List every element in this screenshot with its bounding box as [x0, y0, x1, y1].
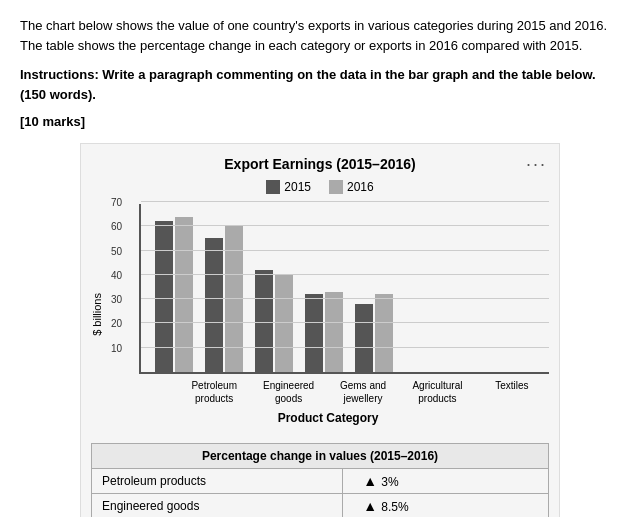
legend-2016: 2016: [329, 180, 374, 194]
table-header: Percentage change in values (2015–2016): [92, 444, 549, 469]
chart-title: Export Earnings (2015–2016): [91, 156, 549, 172]
table-row: Engineered goods▲8.5%: [92, 494, 549, 518]
grid-line: [141, 250, 549, 251]
bar-2015: [305, 294, 323, 372]
percentage-table: Percentage change in values (2015–2016) …: [91, 443, 549, 517]
chart-area: $ billions 10203040506070 Petroleumprodu…: [91, 204, 549, 425]
x-label: Petroleumproducts: [177, 379, 251, 405]
x-label: Gems andjewellery: [326, 379, 400, 405]
intro-paragraph: The chart below shows the value of one c…: [20, 16, 620, 129]
y-tick: 20: [111, 318, 122, 329]
grid-line: [141, 274, 549, 275]
percentage-value: 3%: [381, 475, 398, 489]
bar-2015: [355, 304, 373, 372]
bar-group: [305, 292, 343, 372]
bar-group: [255, 270, 293, 372]
y-tick: 60: [111, 221, 122, 232]
legend-2015-label: 2015: [284, 180, 311, 194]
bar-2015: [255, 270, 273, 372]
y-axis-label: $ billions: [91, 293, 103, 336]
y-tick: 10: [111, 343, 122, 354]
more-options-icon[interactable]: ···: [526, 154, 547, 175]
intro-line1: The chart below shows the value of one c…: [20, 16, 620, 55]
y-tick: 70: [111, 197, 122, 208]
bar-group: [155, 217, 193, 372]
grid-line: [141, 298, 549, 299]
bar-chart: 10203040506070: [139, 204, 549, 374]
grid-line: [141, 322, 549, 323]
table-category: Engineered goods: [92, 494, 343, 518]
table-body: Petroleum products▲3%Engineered goods▲8.…: [92, 469, 549, 518]
table-section: Percentage change in values (2015–2016) …: [91, 443, 549, 517]
chart-inner: 10203040506070 PetroleumproductsEngineer…: [107, 204, 549, 425]
chart-container: ··· Export Earnings (2015–2016) 2015 201…: [80, 143, 560, 517]
legend-2015-box: [266, 180, 280, 194]
y-tick: 50: [111, 246, 122, 257]
x-label: Textiles: [475, 379, 549, 405]
grid-line: [141, 225, 549, 226]
arrow-up-icon: ▲: [363, 473, 377, 489]
y-tick: 30: [111, 294, 122, 305]
table-category: Petroleum products: [92, 469, 343, 494]
percentage-value: 8.5%: [381, 500, 408, 514]
x-axis-title: Product Category: [107, 411, 549, 425]
legend-2015: 2015: [266, 180, 311, 194]
legend-2016-box: [329, 180, 343, 194]
x-label: Agriculturalproducts: [400, 379, 474, 405]
x-labels: PetroleumproductsEngineeredgoodsGems and…: [139, 379, 549, 405]
intro-instruction: Instructions: Write a paragraph commenti…: [20, 65, 620, 104]
bar-2016: [375, 294, 393, 372]
bar-2015: [205, 238, 223, 372]
arrow-up-icon: ▲: [363, 498, 377, 514]
bar-2016: [325, 292, 343, 372]
table-value: ▲8.5%: [343, 494, 549, 518]
bar-2015: [155, 221, 173, 372]
y-tick: 40: [111, 270, 122, 281]
table-value: ▲3%: [343, 469, 549, 494]
chart-legend: 2015 2016: [91, 180, 549, 194]
bar-group: [355, 294, 393, 372]
x-label: Engineeredgoods: [251, 379, 325, 405]
grid-line: [141, 201, 549, 202]
legend-2016-label: 2016: [347, 180, 374, 194]
grid-line: [141, 347, 549, 348]
bar-2016: [175, 217, 193, 372]
table-row: Petroleum products▲3%: [92, 469, 549, 494]
marks-label: [10 marks]: [20, 114, 620, 129]
